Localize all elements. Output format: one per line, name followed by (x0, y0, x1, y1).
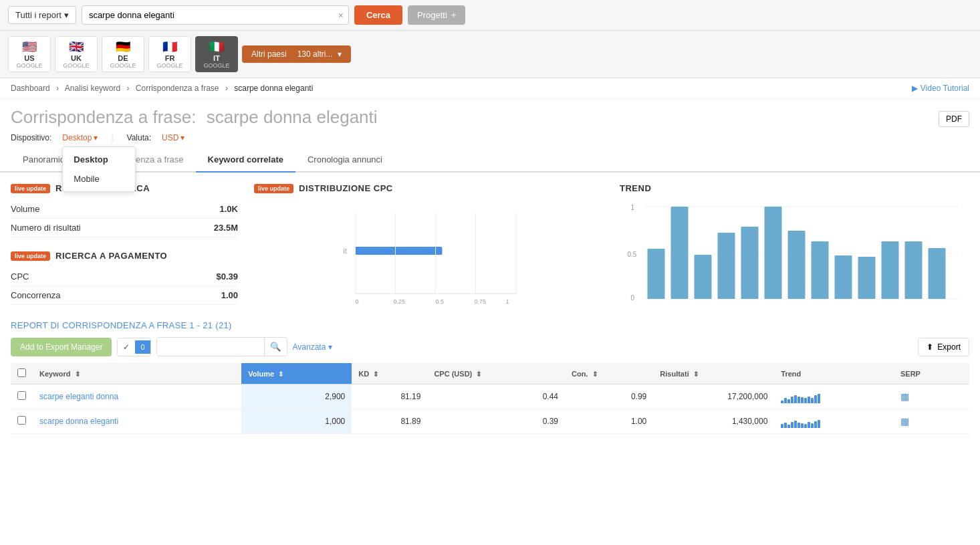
svg-text:0: 0 (631, 294, 635, 302)
risultati-label: Numero di risultati (11, 219, 180, 237)
report-section: REPORT DI CORRISPONDENZA A FRASE 1 - 21 … (11, 320, 969, 434)
sort-icon: ⇕ (693, 370, 699, 378)
serp-icon[interactable]: ▦ (900, 391, 909, 402)
con-cell: 0.99 (565, 385, 653, 409)
keyword-link[interactable]: scarpe donna eleganti (39, 417, 118, 426)
progetti-button[interactable]: Progetti + (408, 5, 465, 25)
export-button[interactable]: ⬆ Export (918, 338, 969, 356)
device-option-mobile[interactable]: Mobile (63, 169, 135, 189)
tab-cronologia[interactable]: Cronologia annunci (295, 148, 394, 173)
mini-bar (794, 421, 797, 428)
breadcrumb: Dashboard › Analisi keyword › Corrispond… (11, 84, 313, 93)
svg-text:0: 0 (356, 298, 359, 305)
volume-cell: 1,000 (241, 409, 352, 434)
report-select[interactable]: Tutti i report ▾ (8, 6, 76, 24)
cpc-cell: 0.44 (427, 385, 565, 409)
search-filter-input[interactable] (157, 338, 264, 356)
svg-text:it: it (344, 247, 347, 255)
device-row: Dispositivo: Desktop ▾ Desktop Mobile | … (0, 130, 980, 148)
chevron-down-icon: ▾ (64, 10, 69, 20)
check-icon: ✓ (118, 338, 135, 356)
page-title: Corrispondenza a frase: scarpe donna ele… (11, 107, 969, 128)
cpc-cell: 0.39 (427, 409, 565, 434)
kd-cell: 81.19 (352, 385, 427, 409)
toolbar: Add to Export Manager ✓ 0 🔍 Avanzata ▾ ⬆… (11, 337, 969, 356)
country-de[interactable]: 🇩🇪 DE GOOGLE (102, 36, 144, 72)
video-tutorial-label: Video Tutorial (921, 84, 969, 93)
tab-keyword-correlate[interactable]: Keyword correlate (196, 148, 295, 173)
th-keyword[interactable]: Keyword ⇕ (33, 363, 241, 385)
svg-rect-19 (648, 249, 665, 299)
live-badge-organica: live update (11, 184, 50, 193)
valuta-dropdown[interactable]: USD ▾ (162, 133, 185, 142)
country-it[interactable]: 🇮🇹 IT GOOGLE (195, 36, 238, 72)
ricerca-organica-table: Volume 1.0K Numero di risultati 23.5M (11, 200, 238, 237)
table-row: CPC $0.39 (11, 267, 238, 286)
report-range: 1 - 21 (21) (189, 320, 231, 330)
cpc-chart-block: live update DISTRIBUZIONE CPC it 0 0.25 … (254, 183, 604, 307)
select-all-checkbox[interactable] (17, 368, 26, 377)
mini-bar (801, 397, 804, 403)
mini-bar (814, 395, 817, 403)
trend-chart-block: TREND 1 0.5 0 (620, 183, 969, 307)
country-fr[interactable]: 🇫🇷 FR GOOGLE (148, 36, 191, 72)
breadcrumb-corrispondenza[interactable]: Corrispondenza a frase (136, 84, 219, 93)
serp-icon[interactable]: ▦ (900, 416, 909, 427)
mini-bar (784, 398, 787, 403)
country-uk[interactable]: 🇬🇧 UK GOOGLE (55, 36, 98, 72)
trend-chart-svg: 1 0.5 0 (620, 200, 969, 307)
pdf-button[interactable]: PDF (939, 111, 969, 127)
avanzata-label: Avanzata (293, 342, 326, 352)
serp-cell: ▦ (894, 409, 969, 434)
breadcrumb-dashboard[interactable]: Dashboard (11, 84, 50, 93)
report-select-label: Tutti i report (15, 10, 62, 20)
sort-icon: ⇕ (592, 370, 598, 378)
tabs-bar: Panoramica Corrispondenza a frase Keywor… (0, 148, 980, 173)
checkbox-header (11, 363, 33, 385)
sort-icon: ⇕ (75, 370, 80, 378)
th-volume[interactable]: Volume ⇕ (241, 363, 352, 385)
svg-text:1: 1 (506, 298, 509, 305)
add-export-button[interactable]: Add to Export Manager (11, 338, 112, 356)
mini-bar (804, 398, 807, 403)
keyword-link[interactable]: scarpe eleganti donna (39, 392, 118, 401)
cerca-button[interactable]: Cerca (354, 5, 402, 25)
th-kd[interactable]: KD ⇕ (352, 363, 427, 385)
th-con[interactable]: Con. ⇕ (565, 363, 653, 385)
row-checkbox-input[interactable] (17, 391, 26, 400)
svg-text:0.75: 0.75 (475, 298, 487, 305)
th-trend: Trend (774, 363, 894, 385)
clear-button[interactable]: × (338, 10, 344, 21)
avanzata-button[interactable]: Avanzata ▾ (293, 342, 333, 352)
svg-rect-1 (356, 247, 443, 255)
video-tutorial-button[interactable]: ▶ Video Tutorial (912, 84, 969, 93)
country-us[interactable]: 🇺🇸 US GOOGLE (8, 36, 51, 72)
breadcrumb-analisi[interactable]: Analisi keyword (65, 84, 120, 93)
svg-rect-25 (788, 231, 806, 299)
svg-rect-20 (671, 207, 689, 299)
upload-icon: ⬆ (927, 342, 933, 352)
mini-bar (784, 423, 787, 428)
table-body: scarpe eleganti donna 2,900 81.19 0.44 0… (11, 385, 969, 434)
svg-rect-24 (765, 207, 782, 299)
search-filter-button[interactable]: 🔍 (264, 338, 287, 356)
chevron-down-icon: ▾ (328, 342, 332, 352)
svg-text:0.5: 0.5 (436, 298, 445, 305)
svg-rect-28 (858, 257, 876, 299)
altri-paesi-button[interactable]: Altri paesi 130 altri... ▾ (242, 45, 351, 63)
th-cpc[interactable]: CPC (USD) ⇕ (427, 363, 565, 385)
row-checkbox-input[interactable] (17, 416, 26, 425)
th-risultati[interactable]: Risultati ⇕ (653, 363, 774, 385)
search-input[interactable] (82, 5, 349, 25)
mini-bar (798, 397, 800, 403)
valuta-value: USD (162, 133, 178, 142)
svg-rect-23 (741, 227, 759, 299)
mini-bar (808, 422, 810, 428)
trend-chart: 1 0.5 0 (620, 200, 969, 307)
device-option-desktop[interactable]: Desktop (63, 150, 135, 169)
breadcrumb-bar: Dashboard › Analisi keyword › Corrispond… (0, 78, 980, 99)
mini-bar (787, 425, 790, 428)
chevron-down-icon: ▾ (94, 133, 98, 142)
device-dropdown[interactable]: Desktop ▾ Desktop Mobile (62, 133, 98, 142)
plus-icon: + (451, 10, 457, 20)
